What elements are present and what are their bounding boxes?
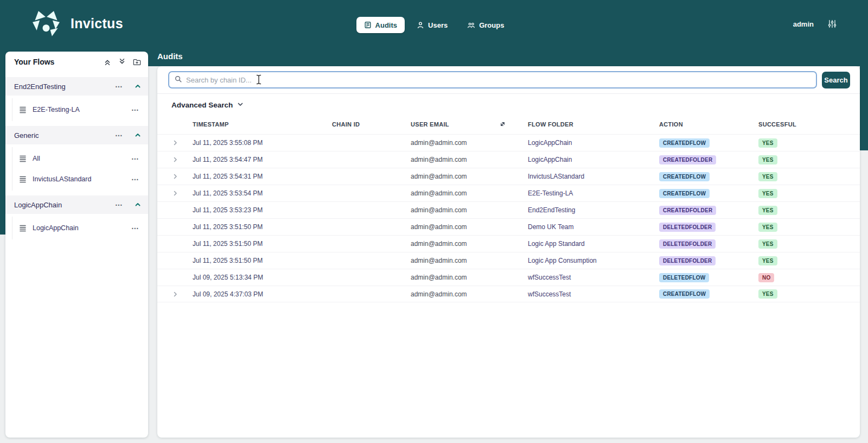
cell-action: DELETEDFOLDER [659, 223, 758, 232]
table-row[interactable]: Jul 11, 2025 3:51:50 PM admin@admin.com … [157, 218, 860, 235]
cell-action: CREATEDFLOW [659, 189, 758, 198]
col-flow-folder: FLOW FOLDER [528, 121, 659, 128]
settings-sliders-icon[interactable] [828, 20, 837, 28]
cell-succesful: YES [758, 223, 860, 232]
folder-label: Generic [14, 131, 115, 140]
cell-succesful: NO [758, 273, 860, 282]
table-row[interactable]: Jul 11, 2025 3:53:54 PM admin@admin.com … [157, 185, 860, 201]
cell-action: CREATEDFLOW [659, 172, 758, 181]
col-succesful: SUCCESFUL [758, 121, 860, 128]
flow-stack-icon [19, 175, 27, 183]
row-expand-chevron[interactable] [157, 156, 193, 163]
table-row[interactable]: Jul 11, 2025 3:51:50 PM admin@admin.com … [157, 252, 860, 269]
flow-item[interactable]: LogicAppChain ⋯ [12, 218, 139, 238]
folder-menu-icon[interactable]: ⋯ [115, 83, 123, 90]
success-badge: YES [758, 138, 777, 148]
action-badge: DELETEDFOLDER [659, 256, 716, 265]
swap-columns-icon[interactable] [499, 121, 528, 129]
cell-user-email: admin@admin.com [411, 223, 499, 231]
flow-folder-row[interactable]: End2EndTesting ⋯ [5, 77, 148, 96]
tab-groups[interactable]: Groups [459, 17, 512, 33]
cell-succesful: YES [758, 239, 860, 249]
cell-action: CREATEDFLOW [659, 138, 758, 148]
sidebar-title: Your Flows [14, 58, 104, 66]
action-badge: CREATEDFOLDER [659, 206, 716, 215]
folder-menu-icon[interactable]: ⋯ [115, 131, 123, 139]
flow-item[interactable]: All ⋯ [12, 148, 139, 169]
flow-folder-row[interactable]: Generic ⋯ [5, 126, 148, 144]
cell-flow-folder: wfSuccessTest [528, 290, 659, 298]
cell-flow-folder: End2EndTesting [528, 206, 659, 214]
action-badge: DELETEDFOLDER [659, 223, 716, 232]
row-expand-chevron[interactable] [157, 140, 193, 146]
cell-flow-folder: Logic App Consumption [528, 257, 659, 264]
table-row[interactable]: Jul 09, 2025 4:37:03 PM admin@admin.com … [157, 286, 860, 302]
text-cursor-pointer [256, 74, 262, 87]
flow-item[interactable]: E2E-Testing-LA ⋯ [12, 99, 139, 120]
audit-table: TIMESTAMP CHAIN ID USER EMAIL FLOW FOLDE… [157, 115, 860, 302]
tab-audits[interactable]: Audits [356, 17, 405, 33]
folder-collapse-icon[interactable] [135, 132, 141, 138]
flow-item-label: InvictusLAStandard [33, 175, 125, 183]
folder-label: End2EndTesting [14, 83, 115, 91]
table-row[interactable]: Jul 09, 2025 5:13:34 PM admin@admin.com … [157, 269, 860, 286]
folder-collapse-icon[interactable] [135, 83, 141, 90]
folder-label: LogicAppChain [14, 201, 115, 209]
table-row[interactable]: Jul 11, 2025 3:54:47 PM admin@admin.com … [157, 151, 860, 168]
flow-item[interactable]: InvictusLAStandard ⋯ [12, 169, 139, 189]
row-expand-chevron[interactable] [157, 173, 193, 180]
success-badge: YES [758, 289, 777, 299]
table-row[interactable]: Jul 11, 2025 3:54:31 PM admin@admin.com … [157, 168, 860, 185]
page-title: Audits [157, 52, 183, 61]
table-row[interactable]: Jul 11, 2025 3:53:23 PM admin@admin.com … [157, 201, 860, 218]
success-badge: NO [758, 273, 774, 282]
header-right: admin [793, 20, 837, 28]
groups-icon [467, 21, 475, 29]
search-button[interactable]: Search [822, 72, 850, 88]
main-nav: Audits Users Groups [0, 17, 868, 33]
table-row[interactable]: Jul 11, 2025 3:55:08 PM admin@admin.com … [157, 134, 860, 151]
flow-item-menu-icon[interactable]: ⋯ [131, 175, 139, 183]
cell-user-email: admin@admin.com [411, 139, 499, 147]
success-badge: YES [758, 189, 777, 198]
cell-user-email: admin@admin.com [411, 189, 499, 197]
flow-item-menu-icon[interactable]: ⋯ [131, 224, 139, 232]
cell-succesful: YES [758, 172, 860, 181]
cell-succesful: YES [758, 289, 860, 299]
cell-flow-folder: LogicAppChain [528, 156, 659, 163]
search-box [168, 71, 817, 88]
add-folder-icon[interactable] [133, 58, 141, 66]
cell-timestamp: Jul 09, 2025 5:13:34 PM [193, 274, 332, 281]
sidebar-tools [104, 58, 141, 66]
audits-icon [364, 21, 372, 29]
flow-folder-section: End2EndTesting ⋯ E2E-Testing-LA ⋯ [5, 77, 148, 121]
flow-item-menu-icon[interactable]: ⋯ [131, 106, 139, 113]
cell-action: DELETEDFLOW [659, 273, 758, 282]
cell-succesful: YES [758, 256, 860, 265]
cell-flow-folder: InvictusLAStandard [528, 173, 659, 180]
app-header: Invictus Audits Users [0, 0, 868, 50]
tab-users[interactable]: Users [409, 17, 455, 33]
row-expand-chevron[interactable] [157, 291, 193, 298]
cell-action: CREATEDFOLDER [659, 155, 758, 164]
cell-user-email: admin@admin.com [411, 156, 499, 163]
cell-flow-folder: Logic App Standard [528, 240, 659, 248]
cell-flow-folder: wfSuccessTest [528, 274, 659, 281]
row-expand-chevron[interactable] [157, 190, 193, 197]
folder-children: E2E-Testing-LA ⋯ [12, 98, 148, 121]
collapse-all-icon[interactable] [104, 58, 111, 66]
col-chain-id: CHAIN ID [332, 121, 411, 128]
flow-folder-row[interactable]: LogicAppChain ⋯ [5, 195, 148, 214]
flow-item-menu-icon[interactable]: ⋯ [131, 155, 139, 162]
expand-all-icon[interactable] [118, 58, 126, 66]
folder-collapse-icon[interactable] [135, 201, 141, 208]
flow-item-label: All [33, 155, 125, 162]
table-row[interactable]: Jul 11, 2025 3:51:50 PM admin@admin.com … [157, 235, 860, 252]
action-badge: CREATEDFLOW [659, 289, 710, 299]
search-input[interactable] [186, 76, 810, 84]
cell-action: CREATEDFLOW [659, 289, 758, 299]
cell-timestamp: Jul 11, 2025 3:53:23 PM [193, 206, 332, 214]
folder-menu-icon[interactable]: ⋯ [115, 201, 123, 208]
cell-user-email: admin@admin.com [411, 240, 499, 248]
advanced-search-toggle[interactable]: Advanced Search [171, 101, 244, 109]
